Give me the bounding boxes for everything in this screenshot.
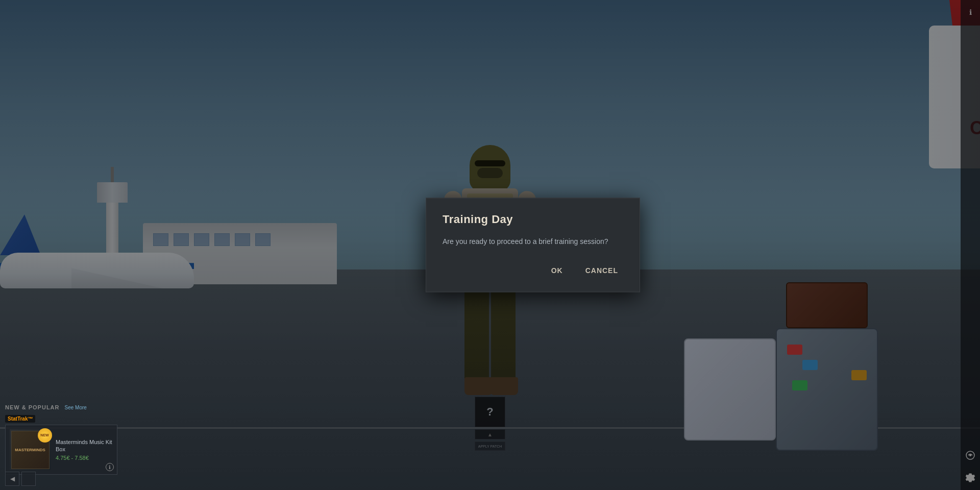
- product-info: Masterminds Music Kit Box 4.75€ - 7.58€: [56, 438, 113, 461]
- cancel-button[interactable]: CANCEL: [580, 263, 623, 278]
- info-icon[interactable]: ℹ: [964, 6, 976, 18]
- settings-icon-right[interactable]: [964, 472, 976, 484]
- product-image: MASTERMINDS NEW: [10, 429, 51, 470]
- stattrak-badge: StatTrak™: [5, 415, 35, 423]
- bottom-nav: ◀: [5, 472, 36, 486]
- training-day-dialog: Training Day Are you ready to proceed to…: [426, 198, 640, 292]
- prev-arrow[interactable]: ◀: [5, 472, 19, 486]
- new-popular-panel: NEW & POPULAR See More StatTrak™ MASTERM…: [5, 404, 117, 475]
- product-name: Masterminds Music Kit Box: [56, 438, 113, 453]
- signal-icon[interactable]: [964, 449, 976, 461]
- new-badge: NEW: [38, 428, 52, 443]
- product-price: 4.75€ - 7.58€: [56, 455, 113, 461]
- dialog-title: Training Day: [443, 213, 623, 226]
- product-info-icon[interactable]: ℹ: [106, 463, 114, 471]
- see-more-link[interactable]: See More: [65, 405, 87, 410]
- product-box-visual: MASTERMINDS NEW: [11, 431, 50, 469]
- svg-point-1: [969, 454, 971, 456]
- right-bottom-icons: [964, 449, 976, 484]
- new-popular-label: NEW & POPULAR: [5, 404, 60, 410]
- product-card[interactable]: MASTERMINDS NEW Masterminds Music Kit Bo…: [5, 425, 117, 475]
- new-popular-header: NEW & POPULAR See More: [5, 404, 117, 410]
- right-panel: ℹ: [961, 0, 980, 490]
- ok-button[interactable]: OK: [546, 263, 568, 278]
- dialog-message: Are you ready to proceed to a brief trai…: [443, 236, 623, 247]
- dialog-buttons: OK CANCEL: [443, 263, 623, 278]
- nav-dots: [21, 472, 36, 486]
